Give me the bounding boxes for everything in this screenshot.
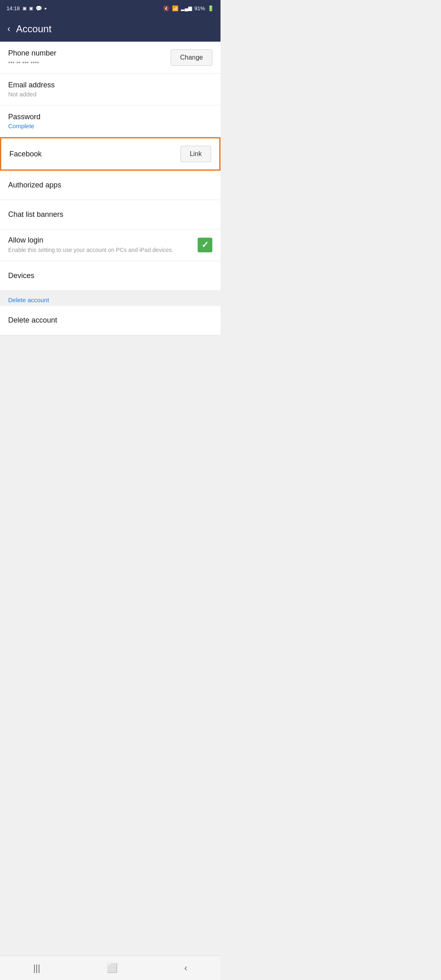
facebook-title: Facebook xyxy=(9,150,42,158)
facebook-item: Facebook Link xyxy=(0,137,220,171)
chat-list-banners-title: Chat list banners xyxy=(8,210,63,219)
allow-login-description: Enable this setting to use your account … xyxy=(8,246,193,254)
bottom-spacer xyxy=(0,335,220,458)
phone-number-title: Phone number xyxy=(8,49,56,58)
page-title: Account xyxy=(16,23,51,35)
delete-account-item[interactable]: Delete account xyxy=(0,306,220,335)
line-icon2: ▣ xyxy=(29,6,33,11)
delete-section-header-label: Delete account xyxy=(8,296,49,303)
email-left: Email address Not added xyxy=(8,81,55,98)
wifi-icon: 📶 xyxy=(172,5,178,11)
password-item: Password Complete xyxy=(0,105,220,137)
authorized-apps-left: Authorized apps xyxy=(8,181,61,189)
allow-login-checkbox[interactable] xyxy=(198,238,212,252)
signal-icon: ▂▄▆ xyxy=(181,5,192,11)
email-title: Email address xyxy=(8,81,55,89)
phone-number-item: Phone number ••• •• ••• •••• Change xyxy=(0,42,220,74)
allow-login-item: Allow login Enable this setting to use y… xyxy=(0,229,220,261)
delete-section-header: Delete account xyxy=(0,291,220,306)
link-facebook-button[interactable]: Link xyxy=(180,146,211,162)
dot-icon: ● xyxy=(45,6,47,11)
password-title: Password xyxy=(8,113,40,121)
phone-number-left: Phone number ••• •• ••• •••• xyxy=(8,49,56,66)
devices-left: Devices xyxy=(8,272,34,280)
password-left: Password Complete xyxy=(8,113,40,129)
app-bar: ‹ Account xyxy=(0,16,220,42)
chat-icon: 💬 xyxy=(36,5,42,11)
chat-list-banners-item[interactable]: Chat list banners xyxy=(0,200,220,229)
allow-login-title: Allow login xyxy=(8,236,193,245)
devices-item[interactable]: Devices xyxy=(0,261,220,291)
time-label: 14:18 xyxy=(7,5,20,11)
mute-icon: 🔇 xyxy=(163,5,169,11)
status-left: 14:18 ▣ ▣ 💬 ● xyxy=(7,5,47,11)
battery-percent-label: 91% xyxy=(194,5,205,11)
status-bar: 14:18 ▣ ▣ 💬 ● 🔇 📶 ▂▄▆ 91% 🔋 xyxy=(0,0,220,16)
line-icon: ▣ xyxy=(22,6,27,11)
change-phone-button[interactable]: Change xyxy=(171,49,212,66)
password-status: Complete xyxy=(8,122,40,129)
back-button[interactable]: ‹ xyxy=(7,24,10,34)
email-value: Not added xyxy=(8,91,55,98)
devices-title: Devices xyxy=(8,272,34,280)
delete-account-left: Delete account xyxy=(8,316,57,325)
delete-account-title: Delete account xyxy=(8,316,57,325)
battery-icon: 🔋 xyxy=(207,5,214,11)
allow-login-left: Allow login Enable this setting to use y… xyxy=(8,236,193,254)
phone-number-value: ••• •• ••• •••• xyxy=(8,59,56,66)
authorized-apps-item[interactable]: Authorized apps xyxy=(0,171,220,200)
content-area: Phone number ••• •• ••• •••• Change Emai… xyxy=(0,42,220,458)
email-address-item: Email address Not added xyxy=(0,74,220,105)
facebook-left: Facebook xyxy=(9,150,42,158)
chat-list-banners-left: Chat list banners xyxy=(8,210,63,219)
status-right: 🔇 📶 ▂▄▆ 91% 🔋 xyxy=(163,5,214,11)
authorized-apps-title: Authorized apps xyxy=(8,181,61,189)
